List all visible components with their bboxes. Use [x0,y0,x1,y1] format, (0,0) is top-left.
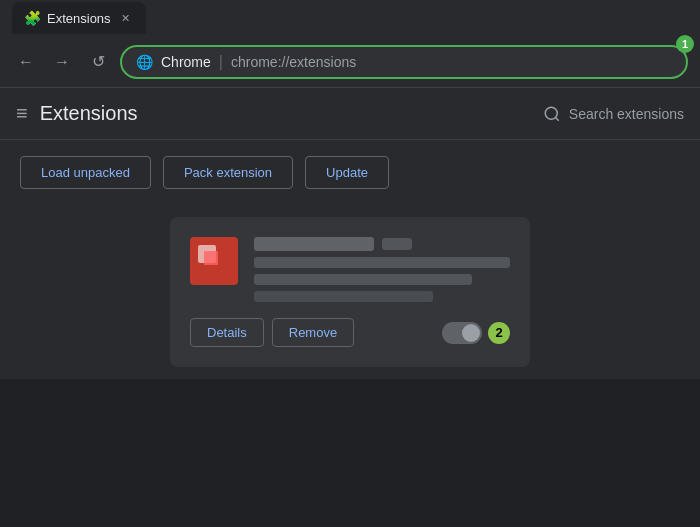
nav-bar: ← → ↺ 🌐 Chrome | chrome://extensions 1 [0,36,700,88]
title-bar: 🧩 Extensions ✕ [0,0,700,36]
extension-id-blur [254,291,433,302]
main-content: Details Remove 2 [0,205,700,379]
extension-icon [190,237,238,285]
extension-buttons: Details Remove [190,318,354,347]
tab-area: 🧩 Extensions ✕ [12,2,146,34]
address-separator: | [219,53,223,71]
extension-card: Details Remove 2 [170,217,530,367]
search-placeholder[interactable]: Search extensions [569,106,684,122]
page-title: Extensions [40,102,531,125]
extension-info [254,237,510,302]
details-button[interactable]: Details [190,318,264,347]
puzzle-icon: 🧩 [24,10,41,26]
hamburger-icon[interactable]: ≡ [16,102,28,125]
address-badge-1: 1 [676,35,694,53]
extension-top [190,237,510,302]
remove-button[interactable]: Remove [272,318,354,347]
toggle-container: 2 [442,322,510,344]
svg-line-1 [555,117,558,120]
extensions-tab[interactable]: 🧩 Extensions ✕ [12,2,146,34]
pack-extension-button[interactable]: Pack extension [163,156,293,189]
chrome-globe-icon: 🌐 [136,54,153,70]
toggle-knob [462,324,480,342]
search-area: Search extensions [543,105,684,123]
address-bar[interactable]: 🌐 Chrome | chrome://extensions 1 [120,45,688,79]
tab-close-button[interactable]: ✕ [117,10,134,27]
update-button[interactable]: Update [305,156,389,189]
extension-name-row [254,237,510,251]
tab-title: Extensions [47,11,111,26]
extension-bottom: Details Remove 2 [190,318,510,347]
load-unpacked-button[interactable]: Load unpacked [20,156,151,189]
action-bar: Load unpacked Pack extension Update [0,140,700,205]
search-icon [543,105,561,123]
address-url: chrome://extensions [231,54,356,70]
forward-button[interactable]: → [48,48,76,76]
back-button[interactable]: ← [12,48,40,76]
extension-version-blur [382,238,412,250]
svg-point-0 [545,107,557,119]
page-header: ≡ Extensions Search extensions [0,88,700,140]
site-name: Chrome [161,54,211,70]
reload-button[interactable]: ↺ [84,48,112,76]
extension-desc-line-2 [254,274,472,285]
extension-toggle[interactable] [442,322,482,344]
toggle-badge-2: 2 [488,322,510,344]
extension-desc-line-1 [254,257,510,268]
extension-name-blur [254,237,374,251]
